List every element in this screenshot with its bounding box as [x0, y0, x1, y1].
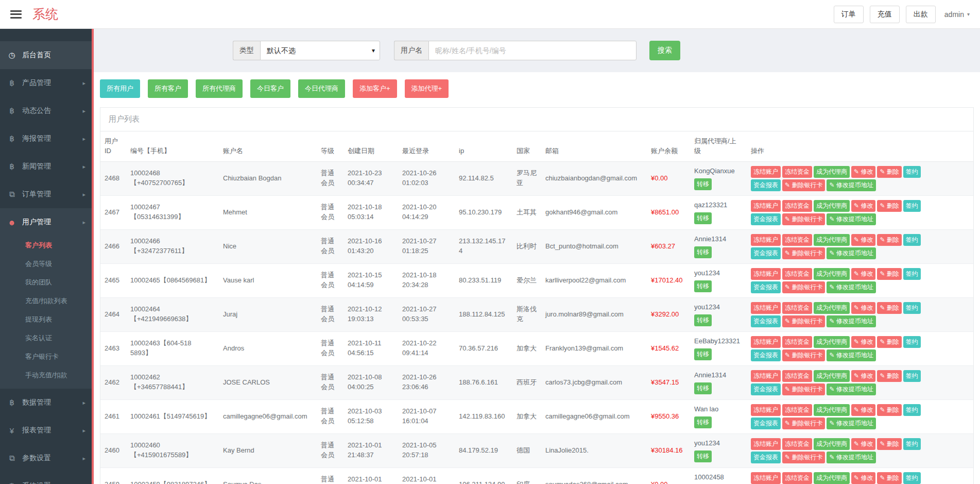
sidebar-subitem-recharge-deduct-list[interactable]: 充值/扣款列表 [0, 292, 92, 310]
transfer-button[interactable]: 转移 [694, 348, 712, 360]
delete-bankcard-button[interactable]: ✎ 删除银行卡 [782, 349, 825, 361]
freeze-account-button[interactable]: 冻结账户 [751, 166, 781, 178]
delete-bankcard-button[interactable]: ✎ 删除银行卡 [782, 383, 825, 395]
edit-button[interactable]: ✎ 修改 [851, 200, 875, 212]
sidebar-item-users[interactable]: ☻用户管理▸ [0, 208, 92, 236]
sidebar-subitem-customer-list[interactable]: 客户列表 [0, 236, 92, 255]
freeze-account-button[interactable]: 冻结账户 [751, 404, 781, 416]
quick-button-all-users[interactable]: 所有用户 [100, 79, 140, 98]
edit-withdraw-address-button[interactable]: ✎ 修改提币地址 [827, 281, 875, 293]
transfer-button[interactable]: 转移 [694, 314, 712, 326]
sidebar-item-reports[interactable]: ¥报表管理▸ [0, 416, 92, 444]
sidebar-item-params[interactable]: ⧉参数设置▸ [0, 444, 92, 472]
freeze-funds-button[interactable]: 冻结资金 [782, 336, 812, 348]
funds-report-button[interactable]: 资金报表 [751, 179, 781, 191]
delete-button[interactable]: ✎ 删除 [877, 302, 901, 314]
search-button[interactable]: 搜索 [649, 41, 680, 60]
become-agent-button[interactable]: 成为代理商 [814, 370, 850, 382]
sidebar-item-system[interactable]: ⚙系统设置▸ [0, 472, 92, 484]
transfer-button[interactable]: 转移 [694, 246, 712, 258]
freeze-funds-button[interactable]: 冻结资金 [782, 166, 812, 178]
sidebar-item-home[interactable]: ◷后台首页 [0, 41, 92, 69]
funds-report-button[interactable]: 资金报表 [751, 383, 781, 395]
become-agent-button[interactable]: 成为代理商 [814, 234, 850, 246]
delete-button[interactable]: ✎ 删除 [877, 200, 901, 212]
edit-withdraw-address-button[interactable]: ✎ 修改提币地址 [827, 179, 875, 191]
funds-report-button[interactable]: 资金报表 [751, 418, 781, 429]
topnav-recharge-button[interactable]: 充值 [870, 6, 900, 23]
sign-button[interactable]: 签约 [903, 438, 921, 450]
funds-report-button[interactable]: 资金报表 [751, 452, 781, 463]
transfer-button[interactable]: 转移 [694, 178, 712, 190]
sidebar-subitem-realname-auth[interactable]: 实名认证 [0, 329, 92, 347]
sidebar-item-products[interactable]: ฿产品管理▸ [0, 69, 92, 97]
freeze-funds-button[interactable]: 冻结资金 [782, 268, 812, 280]
edit-button[interactable]: ✎ 修改 [851, 166, 875, 178]
sign-button[interactable]: 签约 [903, 234, 921, 246]
edit-button[interactable]: ✎ 修改 [851, 370, 875, 382]
become-agent-button[interactable]: 成为代理商 [814, 302, 850, 314]
funds-report-button[interactable]: 资金报表 [751, 315, 781, 327]
transfer-button[interactable]: 转移 [694, 450, 712, 462]
delete-bankcard-button[interactable]: ✎ 删除银行卡 [782, 213, 825, 225]
edit-withdraw-address-button[interactable]: ✎ 修改提币地址 [827, 418, 875, 429]
transfer-button[interactable]: 转移 [694, 280, 712, 292]
sign-button[interactable]: 签约 [903, 200, 921, 212]
menu-toggle-icon[interactable] [10, 10, 22, 19]
sidebar-subitem-manual-recharge-deduct[interactable]: 手动充值/扣款 [0, 366, 92, 385]
freeze-account-button[interactable]: 冻结账户 [751, 268, 781, 280]
become-agent-button[interactable]: 成为代理商 [814, 438, 850, 450]
funds-report-button[interactable]: 资金报表 [751, 247, 781, 259]
delete-bankcard-button[interactable]: ✎ 删除银行卡 [782, 247, 825, 259]
username-input[interactable] [428, 41, 637, 60]
edit-withdraw-address-button[interactable]: ✎ 修改提币地址 [827, 315, 875, 327]
delete-bankcard-button[interactable]: ✎ 删除银行卡 [782, 452, 825, 463]
sign-button[interactable]: 签约 [903, 302, 921, 314]
edit-button[interactable]: ✎ 修改 [851, 404, 875, 416]
freeze-account-button[interactable]: 冻结账户 [751, 200, 781, 212]
delete-button[interactable]: ✎ 删除 [877, 370, 901, 382]
sidebar-item-news[interactable]: ฿新闻管理▸ [0, 153, 92, 180]
freeze-funds-button[interactable]: 冻结资金 [782, 438, 812, 450]
become-agent-button[interactable]: 成为代理商 [814, 404, 850, 416]
transfer-button[interactable]: 转移 [694, 416, 712, 428]
freeze-account-button[interactable]: 冻结账户 [751, 438, 781, 450]
freeze-funds-button[interactable]: 冻结资金 [782, 302, 812, 314]
edit-withdraw-address-button[interactable]: ✎ 修改提币地址 [827, 247, 875, 259]
edit-button[interactable]: ✎ 修改 [851, 302, 875, 314]
freeze-funds-button[interactable]: 冻结资金 [782, 234, 812, 246]
edit-withdraw-address-button[interactable]: ✎ 修改提币地址 [827, 349, 875, 361]
become-agent-button[interactable]: 成为代理商 [814, 472, 850, 484]
freeze-account-button[interactable]: 冻结账户 [751, 472, 781, 484]
edit-button[interactable]: ✎ 修改 [851, 268, 875, 280]
delete-button[interactable]: ✎ 删除 [877, 268, 901, 280]
quick-button-add-agent[interactable]: 添加代理+ [405, 79, 449, 98]
freeze-account-button[interactable]: 冻结账户 [751, 336, 781, 348]
delete-button[interactable]: ✎ 删除 [877, 234, 901, 246]
edit-button[interactable]: ✎ 修改 [851, 438, 875, 450]
freeze-account-button[interactable]: 冻结账户 [751, 234, 781, 246]
sidebar-item-announcements[interactable]: ฿动态公告▸ [0, 97, 92, 125]
sidebar-item-data[interactable]: ฿数据管理▸ [0, 389, 92, 416]
type-select[interactable]: 默认不选 [260, 41, 380, 60]
funds-report-button[interactable]: 资金报表 [751, 213, 781, 225]
delete-bankcard-button[interactable]: ✎ 删除银行卡 [782, 179, 825, 191]
edit-button[interactable]: ✎ 修改 [851, 234, 875, 246]
sign-button[interactable]: 签约 [903, 404, 921, 416]
delete-button[interactable]: ✎ 删除 [877, 404, 901, 416]
sign-button[interactable]: 签约 [903, 336, 921, 348]
sign-button[interactable]: 签约 [903, 268, 921, 280]
delete-bankcard-button[interactable]: ✎ 删除银行卡 [782, 315, 825, 327]
quick-button-today-customers[interactable]: 今日客户 [250, 79, 290, 98]
freeze-funds-button[interactable]: 冻结资金 [782, 472, 812, 484]
delete-button[interactable]: ✎ 删除 [877, 472, 901, 484]
sidebar-subitem-my-team[interactable]: 我的团队 [0, 273, 92, 292]
admin-user-menu[interactable]: admin ▾ [942, 10, 972, 19]
edit-withdraw-address-button[interactable]: ✎ 修改提币地址 [827, 452, 875, 463]
freeze-account-button[interactable]: 冻结账户 [751, 302, 781, 314]
delete-bankcard-button[interactable]: ✎ 删除银行卡 [782, 418, 825, 429]
quick-button-add-customer[interactable]: 添加客户+ [353, 79, 397, 98]
sidebar-subitem-member-level[interactable]: 会员等级 [0, 255, 92, 273]
funds-report-button[interactable]: 资金报表 [751, 281, 781, 293]
become-agent-button[interactable]: 成为代理商 [814, 268, 850, 280]
